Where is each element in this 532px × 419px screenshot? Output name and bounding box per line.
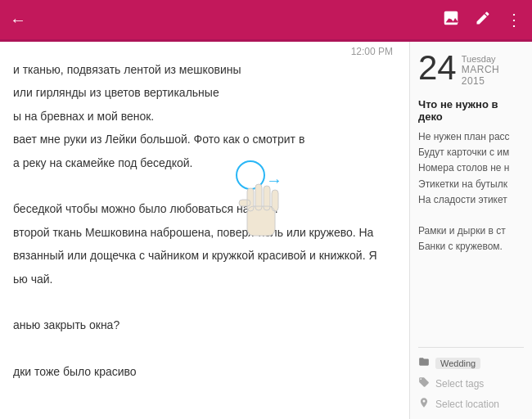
back-icon[interactable]: ← (10, 11, 26, 29)
note-line-14: дки тоже было красиво (13, 363, 396, 381)
note-panel: 12:00 PM и тканью, подвязать лентой из м… (0, 39, 409, 419)
sidebar-body: Не нужен план расс Будут карточки с им Н… (418, 129, 524, 255)
body-line-7: Банки с кружевом. (418, 241, 503, 252)
tags-item[interactable]: Select tags (418, 376, 524, 390)
date-block: 24 Tuesday MARCH 2015 (418, 51, 524, 87)
note-line-7: беседкой чтобы можно было любоваться на … (13, 200, 396, 218)
note-line-6 (13, 177, 396, 195)
note-line-13 (13, 340, 396, 358)
main-area: 12:00 PM и тканью, подвязать лентой из м… (0, 39, 532, 419)
date-month: MARCH 2015 (462, 64, 524, 87)
note-line-11 (13, 293, 396, 311)
folder-icon (418, 356, 430, 370)
note-line-2: или гирлянды из цветов вертикальные (13, 83, 396, 101)
note-line-1: и тканью, подвязать лентой из мешковины (13, 61, 396, 79)
body-line-3: Номера столов не н (418, 162, 510, 173)
location-item[interactable]: Select location (418, 397, 524, 411)
toolbar-right: ⋮ (442, 9, 522, 31)
note-line-8: второй ткань Мешковина наброшена, поверх… (13, 223, 396, 241)
date-day: 24 (418, 51, 457, 85)
tags-placeholder: Select tags (435, 378, 484, 390)
more-icon[interactable]: ⋮ (506, 10, 522, 29)
body-line-4: Этикетки на бутылк (418, 178, 507, 190)
date-detail: Tuesday MARCH 2015 (462, 51, 524, 87)
note-line-4: вает мне руки из Лейки большой. Фото как… (13, 130, 396, 148)
location-placeholder: Select location (435, 399, 499, 410)
location-icon (418, 397, 430, 411)
note-line-5: а реку на скамейке под беседкой. (13, 154, 396, 172)
note-line-12: анью закрыть окна? (13, 316, 396, 334)
edit-icon[interactable] (475, 10, 491, 30)
note-text: и тканью, подвязать лентой из мешковины … (13, 61, 396, 385)
note-line-9: вязанный или дощечка с чайником и кружко… (13, 246, 396, 264)
body-line-5: На сладости этикет (418, 194, 507, 205)
note-line-10: ью чай. (13, 270, 396, 288)
body-line-1: Не нужен план расс (418, 131, 510, 142)
image-icon[interactable] (442, 9, 460, 31)
category-item: Wedding (418, 356, 524, 370)
body-line-6: Рамки и дырки в ст (418, 225, 506, 237)
sidebar: 24 Tuesday MARCH 2015 Что не нужно в дек… (409, 39, 532, 419)
toolbar: ← ⋮ (0, 0, 532, 39)
date-weekday: Tuesday (462, 54, 524, 64)
note-line-3: ы на бревнах и мой венок. (13, 107, 396, 125)
tag-icon (418, 376, 430, 390)
sidebar-meta: Wedding Select tags Select location (418, 347, 524, 411)
note-time: 12:00 PM (13, 39, 396, 61)
toolbar-left: ← (10, 11, 26, 29)
body-line-2: Будут карточки с им (418, 146, 509, 158)
category-label: Wedding (435, 358, 480, 369)
sidebar-entry-title: Что не нужно в деко (418, 98, 524, 123)
